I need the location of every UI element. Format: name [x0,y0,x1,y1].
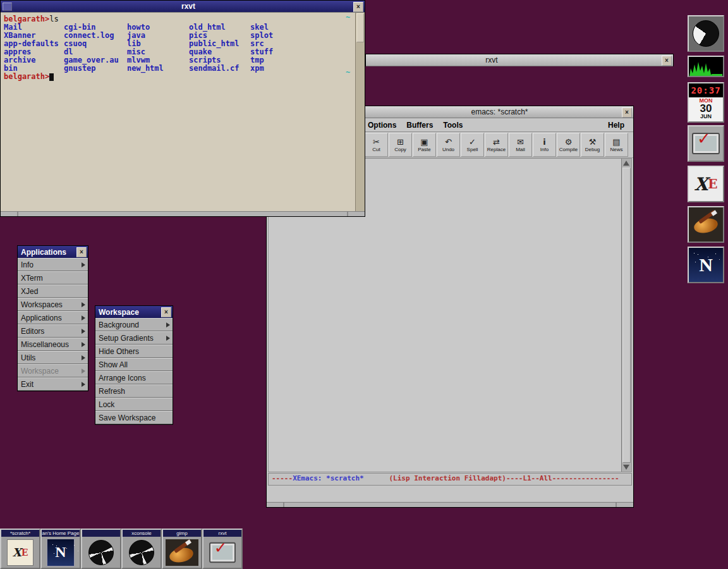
modeline-buffer-name: XEmacs: *scratch* [293,474,364,482]
titlebar-rxvt[interactable]: rxvt × [1,1,365,12]
stars-decoration [52,544,53,545]
miniwindow-xconsole[interactable]: xconsole [121,529,162,569]
emacs-echo-area [268,487,632,502]
dock-tile-rxvt[interactable]: ✓ [688,125,724,162]
scroll-up-icon[interactable] [623,161,629,166]
dock-tile-load-monitor[interactable] [688,56,724,77]
menu-item-utils[interactable]: Utils [18,351,88,364]
terminal-line-command: belgarath>ls [4,15,355,23]
menu-tools[interactable]: Tools [443,121,463,130]
scrollbar-thumb[interactable] [622,168,631,463]
cut-button[interactable]: ✂ Cut [365,133,388,157]
menu-applications-title[interactable]: Applications × [18,246,88,258]
clock-time: 20:37 [689,83,723,97]
menu-item-miscellaneous[interactable]: Miscellaneous [18,338,88,351]
gimp-icon [166,539,198,566]
submenu-arrow-icon [82,382,85,387]
menu-item-workspaces[interactable]: Workspaces [18,298,88,311]
menu-item-workspace[interactable]: Workspace [18,364,88,377]
menu-item-refresh[interactable]: Refresh [95,384,173,398]
menu-item-editors[interactable]: Editors [18,324,88,338]
close-icon[interactable]: × [662,56,672,66]
compile-button[interactable]: ⚙ Compile [557,133,580,157]
miniwindow-rxvt[interactable]: rxvt ✓ [202,529,243,569]
load-graph-icon [689,57,722,76]
undo-icon: ↶ [445,137,452,147]
replace-button[interactable]: ⇄ Replace [485,133,508,157]
paste-button[interactable]: ▣ Paste [413,133,436,157]
menu-item-save-workspace[interactable]: Save Workspace [95,411,173,424]
close-icon[interactable]: × [76,247,87,257]
terminal-line-prompt: belgarath> [4,73,355,81]
shell-command: ls [49,15,58,23]
menu-workspace-title[interactable]: Workspace × [95,306,173,318]
file-entry: sendmail.cf [189,64,250,73]
miniwindow-xemacs-scratch[interactable]: *scratch* XE [0,529,40,569]
pinwheel-icon [88,540,114,565]
file-entry: csuoq [64,40,127,48]
menu-item-exit[interactable]: Exit [18,377,88,391]
copy-button[interactable]: ⊞ Copy [389,133,412,157]
terminal-body[interactable]: belgarath>ls Mail cgi-bin howto old_html… [1,12,365,212]
menu-title-label: Workspace [99,308,139,317]
modeline-status: (Lisp Interaction Filladapt)----L1--All-… [364,474,619,482]
file-entry: xpm [250,64,355,73]
clock-calendar: MON 30 JUN [689,97,723,121]
menu-help[interactable]: Help [608,121,624,130]
info-button[interactable]: i Info [533,133,556,157]
emacs-scrollbar[interactable] [621,159,631,472]
dock-tile-wmaker[interactable] [688,15,724,52]
shell-prompt: belgarath> [4,72,49,81]
terminal-resizebar[interactable] [1,211,365,216]
miniwindow-unnamed[interactable] [81,529,121,569]
cut-icon: ✂ [373,137,380,147]
menu-item-arrange-icons[interactable]: Arrange Icons [95,371,173,384]
menu-item-background[interactable]: Background [95,318,173,331]
desktop: rxvt × emacs: *scratch* × Options Buffer… [0,0,728,569]
close-icon[interactable]: × [161,307,171,317]
window-menu-icon[interactable] [3,3,12,11]
calendar-month: JUN [689,113,723,119]
miniwindow-gimp[interactable]: gimp [162,529,202,569]
window-rxvt: rxvt × belgarath>ls Mail cgi-bin howto o… [0,0,365,217]
xemacs-icon-e: E [708,176,717,192]
close-icon[interactable]: × [353,2,363,12]
emacs-resizebar[interactable] [267,502,633,507]
dock-tile-gimp[interactable] [688,206,724,243]
spell-button[interactable]: ✓ Spell [461,133,484,157]
menu-item-hide-others[interactable]: Hide Others [95,345,173,358]
undo-button[interactable]: ↶ Undo [437,133,460,157]
terminal-scrollbar[interactable] [355,13,365,212]
spell-icon: ✓ [469,137,476,147]
red-check-icon: ✓ [214,540,228,556]
xemacs-icon-x: X [13,546,21,559]
menu-item-xjed[interactable]: XJed [18,284,88,298]
dock-tile-netscape[interactable]: N [688,247,724,283]
debug-button[interactable]: ⚒ Debug [581,133,604,157]
menu-item-setup-gradients[interactable]: Setup Gradients [95,331,173,345]
calendar-day: 30 [689,104,723,113]
menu-item-applications[interactable]: Applications [18,311,88,324]
miniwindow-netscape[interactable]: an's Home Page N [40,529,81,569]
menu-item-lock[interactable]: Lock [95,398,173,411]
dock-tile-xemacs[interactable]: XE [688,166,724,202]
close-icon[interactable]: × [622,107,632,118]
titlebar-rxvt-shaded[interactable]: rxvt × [366,54,673,66]
menu-item-info[interactable]: Info [18,258,88,271]
paintbrush-tip [185,539,191,546]
menu-buffers[interactable]: Buffers [406,121,433,130]
submenu-arrow-icon [82,342,85,347]
menu-item-xterm[interactable]: XTerm [18,271,88,284]
menu-item-show-all[interactable]: Show All [95,358,173,371]
rxvt-icon: ✓ [692,133,720,154]
dock-tile-clock[interactable]: 20:37 MON 30 JUN [688,82,724,123]
news-button[interactable]: ▤ News [605,133,628,157]
paste-icon: ▣ [420,137,428,147]
file-entry: tmp [250,56,355,64]
mail-button[interactable]: ✉ Mail [509,133,532,157]
mail-icon: ✉ [517,137,524,147]
scrollbar-thumb[interactable] [356,13,364,42]
miniwindow-label: xconsole [123,530,161,537]
menu-options[interactable]: Options [368,121,396,130]
scroll-down-icon[interactable] [623,465,629,470]
